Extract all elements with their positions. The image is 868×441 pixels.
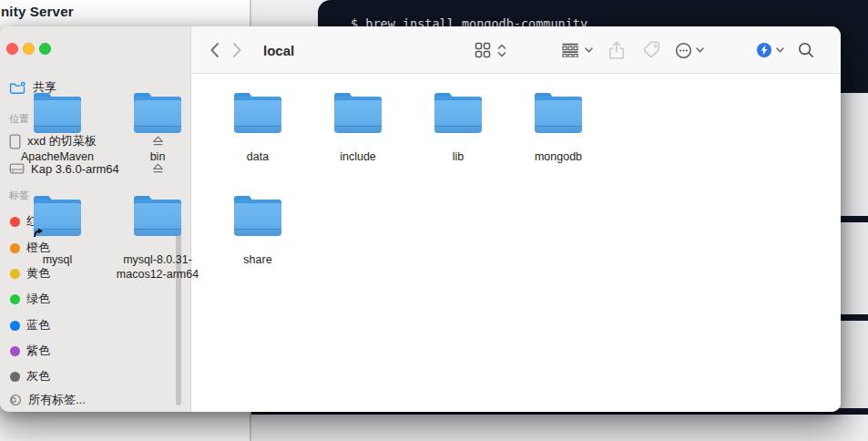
- tag-icon[interactable]: [643, 26, 661, 74]
- folder-icon: [34, 196, 81, 236]
- sidebar-item-tag-blue[interactable]: 蓝色: [9, 315, 164, 335]
- tag-color-dot: [10, 269, 20, 279]
- folder-item[interactable]: include: [311, 93, 405, 164]
- sidebar-item-label: 黄色: [26, 265, 50, 282]
- sidebar-item-label: 灰色: [26, 368, 50, 385]
- sidebar-item-label: 蓝色: [26, 317, 50, 333]
- folder-label: data: [247, 149, 269, 164]
- folder-icon: [134, 93, 181, 133]
- folder-item[interactable]: data: [210, 93, 305, 164]
- folder-icon: [134, 196, 181, 236]
- icon-view-button[interactable]: [475, 26, 491, 74]
- alias-arrow-icon: [32, 227, 44, 239]
- folder-item[interactable]: mongodb: [511, 93, 606, 164]
- folder-item[interactable]: lib: [411, 93, 505, 164]
- tag-color-dot: [10, 321, 20, 331]
- tag-color-dot: [10, 294, 20, 304]
- folder-label: ApacheMaven: [21, 149, 94, 164]
- sidebar-item-label: 绿色: [26, 291, 50, 307]
- folder-label: lib: [453, 149, 465, 164]
- chevron-down-icon: [696, 26, 704, 74]
- forward-button[interactable]: [232, 26, 242, 74]
- eject-icon[interactable]: [152, 163, 164, 174]
- sidebar-item-tag-purple[interactable]: 紫色: [9, 341, 164, 361]
- folder-icon: [535, 93, 582, 133]
- folder-icon: [434, 93, 482, 133]
- folder-label: share: [243, 252, 271, 267]
- finder-window: 共享 位置 xxd 的切菜板: [0, 26, 841, 412]
- search-icon[interactable]: [798, 26, 814, 74]
- folder-item[interactable]: mysql-8.0.31-macos12-arm64: [110, 196, 205, 282]
- more-options-button[interactable]: [675, 26, 692, 74]
- finder-toolbar: local: [191, 26, 841, 74]
- all-tags-icon: [9, 394, 22, 406]
- sidebar-item-all-tags[interactable]: 所有标签...: [9, 390, 164, 410]
- folder-item[interactable]: bin: [110, 93, 205, 164]
- tag-color-dot: [10, 346, 20, 356]
- window-title: local: [263, 26, 294, 74]
- tag-color-dot: [10, 372, 20, 382]
- sidebar-item-tag-gray[interactable]: 灰色: [9, 366, 164, 386]
- chevron-down-icon: [585, 26, 593, 74]
- folder-icon: [34, 93, 81, 133]
- folder-item[interactable]: share: [210, 196, 305, 267]
- zoom-button[interactable]: [39, 43, 51, 55]
- extension-app-button[interactable]: [756, 26, 772, 74]
- folder-icon: [334, 93, 382, 133]
- back-button[interactable]: [209, 26, 220, 74]
- sidebar-item-tag-green[interactable]: 绿色: [9, 289, 164, 309]
- sidebar-item-label: 紫色: [26, 343, 50, 359]
- chevron-up-down-icon[interactable]: [497, 26, 506, 74]
- folder-item[interactable]: ApacheMaven: [10, 93, 105, 164]
- close-button[interactable]: [6, 43, 18, 55]
- folder-label: mongodb: [535, 149, 582, 164]
- folder-icon: [234, 196, 281, 236]
- group-by-button[interactable]: [561, 26, 579, 74]
- folder-item-alias[interactable]: mysql: [10, 196, 105, 267]
- folder-label: mysql-8.0.31-macos12-arm64: [110, 252, 205, 282]
- sidebar-item-label: 所有标签...: [28, 392, 86, 408]
- external-disk-icon: [9, 163, 25, 174]
- folder-label: bin: [150, 149, 166, 164]
- folder-label: mysql: [43, 252, 73, 267]
- folder-icon: [234, 93, 281, 133]
- page-heading-partial: nity Server: [1, 4, 74, 19]
- chevron-down-icon: [776, 26, 784, 74]
- share-icon[interactable]: [608, 26, 625, 74]
- minimize-button[interactable]: [23, 43, 35, 55]
- folder-label: include: [340, 149, 376, 164]
